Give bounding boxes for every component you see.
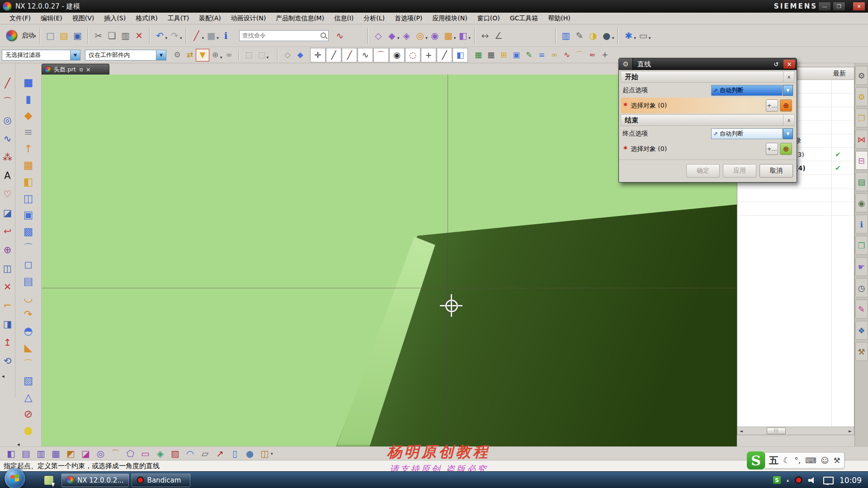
chevron-down-icon[interactable]: ▼ <box>70 50 80 60</box>
trim-body-icon[interactable]: ◧ <box>20 174 37 190</box>
snap-toggle-icon[interactable]: ⇄ <box>184 49 196 61</box>
curve-intersect-icon[interactable]: ✕ <box>1 278 14 296</box>
menu-item[interactable]: 工具(T) <box>163 14 194 23</box>
navigation-gear-icon[interactable]: ⚙ <box>855 66 868 85</box>
line-tool-icon[interactable]: ╱ <box>326 48 341 62</box>
menu-item[interactable]: 文件(F) <box>5 14 36 23</box>
info-icon[interactable]: ℹ <box>219 28 233 43</box>
roles-icon[interactable]: ⚙ <box>855 87 868 106</box>
sketch-feature-icon[interactable]: ◇ <box>372 28 385 43</box>
line-icon[interactable]: ╱ <box>1 74 14 93</box>
close-button[interactable]: ✕ <box>853 2 865 11</box>
chamfer-cube-icon[interactable]: ◇ <box>281 49 294 61</box>
menu-item[interactable]: 格式(R) <box>131 14 163 23</box>
shell-icon[interactable]: ◻ <box>20 257 37 273</box>
part-navigator-icon[interactable]: ⊟ <box>855 151 868 170</box>
dialog-reset-icon[interactable]: ↺ <box>770 60 782 69</box>
inclined-line-icon[interactable]: ╱ <box>342 48 357 62</box>
network-icon[interactable] <box>823 477 834 484</box>
cancel-button[interactable]: 取消 <box>760 164 793 178</box>
chevron-down-icon[interactable]: ▾ <box>634 36 636 40</box>
menu-item[interactable]: 视图(V) <box>67 14 99 23</box>
navigator-horizontal-scrollbar[interactable]: ◄ ||| ► <box>737 427 854 435</box>
swept-icon[interactable]: ◩ <box>63 447 78 460</box>
start-point-crosshair-button[interactable]: ⊕ <box>780 99 792 112</box>
format-brush-icon[interactable]: ✎ <box>523 49 535 61</box>
taskbar-task-button[interactable]: Bandicam <box>132 474 190 487</box>
chevron-down-icon[interactable]: ▾ <box>202 36 204 40</box>
apply-button[interactable]: 应用 <box>723 164 756 178</box>
rib-icon[interactable]: ▤ <box>20 273 37 290</box>
sheet-curve-icon[interactable]: ◪ <box>1 204 14 222</box>
menu-item[interactable]: 帮助(H) <box>543 14 575 23</box>
chevron-down-icon[interactable]: ▾ <box>165 36 168 40</box>
chevron-down-icon[interactable]: ▾ <box>217 36 219 40</box>
pattern-feature-icon[interactable]: ▦ <box>442 28 455 43</box>
bounded-plane-icon[interactable]: ▭ <box>138 447 153 460</box>
show-hidden-icons-arrow[interactable]: ▴ <box>787 478 789 483</box>
circle-points-icon[interactable]: ◌ <box>405 48 420 62</box>
revolve-icon[interactable]: ◈ <box>400 28 413 43</box>
quick-launch-icon[interactable] <box>44 476 53 485</box>
float-window-icon[interactable]: ⧉ <box>80 67 83 73</box>
new-file-icon[interactable]: □ <box>44 28 57 43</box>
wave-link-icon[interactable]: ≈ <box>586 49 599 61</box>
keyboard-icon[interactable]: ⌨ <box>805 456 816 465</box>
hd3d-tools-icon[interactable]: ◉ <box>855 193 868 212</box>
cut-icon[interactable]: ✂ <box>92 28 105 43</box>
dialog-options-gear-icon[interactable]: ⚙ <box>619 58 633 70</box>
tube-solid-icon[interactable]: ● <box>242 447 257 460</box>
chevron-down-icon[interactable]: ▾ <box>267 55 269 60</box>
section-curve-icon[interactable]: ◫ <box>1 259 14 278</box>
bridge-curve-icon[interactable]: ⌒ <box>573 49 586 61</box>
four-point-surface-icon[interactable]: ◧ <box>4 447 19 460</box>
axis-constraint-icon[interactable]: ⊘ <box>20 406 37 422</box>
menu-item[interactable]: GC工具箱 <box>505 14 543 23</box>
chevron-down-icon[interactable]: ▼ <box>156 50 166 60</box>
sogou-tray-icon[interactable]: S <box>773 476 781 484</box>
point-plus-icon[interactable]: + <box>421 48 436 62</box>
scrollbar-thumb[interactable]: ||| <box>767 427 786 434</box>
tab-close-icon[interactable]: ✕ <box>86 66 91 73</box>
delete-icon[interactable]: ✕ <box>132 28 146 43</box>
hook-curve-icon[interactable]: ↩ <box>1 222 14 241</box>
menu-item[interactable]: 动画设计(N) <box>226 14 271 23</box>
minimize-button[interactable]: — <box>818 2 831 11</box>
selection-filter-combo[interactable]: 无选择过滤器 ▼ <box>2 50 80 61</box>
chevron-down-icon[interactable]: ▾ <box>425 36 428 40</box>
start-button[interactable] <box>5 468 25 488</box>
through-curves-icon[interactable]: ▥ <box>33 447 48 460</box>
scale-ruler-icon[interactable]: ▭ <box>637 28 650 43</box>
save-icon[interactable]: ▣ <box>71 28 85 43</box>
taskbar-task-button[interactable]: NX 12.0.0.2... <box>61 474 129 487</box>
chevron-down-icon[interactable]: ▼ <box>783 128 793 139</box>
start-section-header[interactable]: 开始 ∧ <box>621 71 795 83</box>
draft-icon[interactable]: △ <box>20 389 37 406</box>
block-icon[interactable]: ■ <box>20 74 37 91</box>
trim-sheet-icon[interactable]: ◨ <box>1 315 14 333</box>
snapshot-surface-icon[interactable]: ▱ <box>198 447 212 460</box>
taskbar-clock[interactable]: 10:09 <box>840 476 862 485</box>
palette-icon[interactable]: ✎ <box>855 300 868 319</box>
ok-button[interactable]: 确定 <box>686 164 720 178</box>
menu-item[interactable]: 分析(L) <box>359 14 390 23</box>
tube-icon[interactable]: ◎ <box>93 447 108 460</box>
chevron-down-icon[interactable]: ▾ <box>220 55 222 60</box>
rotate-view-icon[interactable]: ⟲ <box>1 352 14 371</box>
chain-select-icon[interactable]: ∞ <box>223 49 236 61</box>
start-menu-button[interactable]: 启动 ▾ <box>4 30 37 41</box>
end-section-header[interactable]: 结束 ∧ <box>621 114 795 126</box>
dialog-close-icon[interactable]: ✕ <box>783 60 795 69</box>
selection-scope-combo[interactable]: 仅在工作部件内 ▼ <box>85 50 166 61</box>
pierce-point-icon[interactable]: ⊕ <box>1 241 14 259</box>
history-icon[interactable]: ❐ <box>855 236 868 255</box>
sogou-logo-icon[interactable]: S <box>747 451 765 469</box>
ime-mode-wubi[interactable]: 五 <box>769 454 778 467</box>
scroll-left-arrow[interactable]: ◄ <box>737 429 745 433</box>
chevron-down-icon[interactable]: ▼ <box>783 85 793 96</box>
type-filter-icon[interactable]: ▼ <box>196 49 209 61</box>
surface-spline-icon[interactable]: ∿ <box>1 130 14 148</box>
rings-icon[interactable]: ∞ <box>548 49 561 61</box>
navigator-row[interactable] <box>737 188 854 202</box>
start-select-object-row[interactable]: * 选择对象 (0) +… ⊕ <box>621 98 795 113</box>
